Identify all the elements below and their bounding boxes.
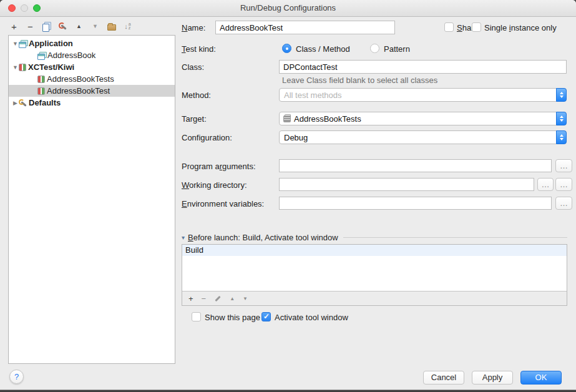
target-bundle-icon (283, 115, 291, 122)
configuration-value: Debug (284, 133, 308, 142)
single-instance-checkbox[interactable] (472, 22, 481, 32)
xctest-icon (37, 87, 45, 95)
collapse-triangle-icon[interactable]: ▾ (182, 234, 185, 241)
class-method-radio-label: Class / Method (296, 44, 350, 54)
before-launch-header[interactable]: ▾ Before launch: Build, Activate tool wi… (182, 233, 567, 242)
copy-configuration-icon[interactable] (42, 21, 51, 31)
sort-az-icon: ↓ az (124, 22, 130, 30)
add-configuration-icon[interactable]: + (9, 21, 19, 31)
window-title: Run/Debug Configurations (0, 0, 576, 16)
section-divider (343, 237, 567, 238)
show-this-page-checkbox[interactable] (192, 312, 201, 321)
environment-variables-input[interactable] (279, 197, 552, 210)
expand-arrow-icon[interactable]: ▼ (12, 41, 19, 47)
activate-tool-window-checkbox[interactable] (261, 312, 271, 321)
window-bottom-edge (0, 390, 576, 392)
close-button[interactable] (8, 4, 16, 12)
stepper-icon (556, 88, 567, 102)
stepper-icon (556, 130, 567, 144)
edit-task-icon[interactable] (214, 295, 222, 302)
configuration-label: Configuration: (182, 133, 232, 142)
configurations-toolbar: + − ▲ ▼ ↓ az (9, 19, 132, 33)
target-label: Target: (182, 114, 207, 124)
share-checkbox[interactable] (444, 22, 454, 32)
target-value: AddressBookTests (294, 114, 361, 124)
program-arguments-label: Program arguments: (182, 162, 256, 171)
wrench-icon (58, 22, 67, 31)
move-task-down-icon[interactable]: ▼ (243, 296, 248, 301)
cancel-button[interactable]: Cancel (423, 371, 464, 385)
method-combobox[interactable]: All test methods (279, 88, 567, 102)
activate-tool-window-label: Activate tool window (275, 313, 348, 322)
working-directory-browse-button[interactable]: … (555, 178, 572, 191)
tree-item-addressbooktest[interactable]: AddressBookTest (9, 85, 175, 97)
before-launch-title: Before launch: Build, Activate tool wind… (188, 233, 338, 242)
edit-defaults-icon[interactable] (58, 21, 67, 31)
tree-item-defaults[interactable]: ▶ Defaults (9, 97, 175, 109)
working-directory-macro-button[interactable]: … (537, 178, 554, 191)
method-label: Method: (182, 91, 211, 100)
application-icon (19, 40, 27, 47)
program-arguments-input[interactable] (279, 159, 552, 172)
before-launch-toolbar: + − ▲ ▼ (182, 291, 567, 305)
traffic-lights (8, 4, 41, 12)
create-folder-icon[interactable] (107, 21, 116, 31)
minimize-button[interactable] (21, 4, 28, 12)
name-input[interactable] (215, 21, 395, 34)
class-label: Class: (182, 62, 204, 72)
pattern-radio[interactable] (370, 44, 379, 53)
configuration-combobox[interactable]: Debug (279, 130, 567, 144)
environment-variables-browse-button[interactable]: … (555, 197, 572, 210)
show-this-page-label: Show this page (205, 313, 260, 322)
ok-button[interactable]: OK (520, 371, 562, 385)
expand-arrow-icon[interactable]: ▼ (12, 64, 19, 71)
environment-variables-label: Environment variables: (182, 199, 264, 208)
zoom-button[interactable] (33, 4, 41, 12)
working-directory-input[interactable] (279, 178, 534, 191)
move-up-icon[interactable]: ▲ (74, 21, 84, 31)
titlebar: Run/Debug Configurations (0, 0, 576, 17)
folder-icon (107, 24, 116, 31)
test-kind-label: Test kind: (182, 44, 216, 54)
help-button[interactable]: ? (9, 370, 24, 384)
tree-item-application[interactable]: ▼ Application (9, 37, 175, 49)
xctest-icon (37, 76, 45, 83)
name-label: Name: (182, 23, 205, 32)
method-placeholder: All test methods (284, 91, 342, 100)
pencil-icon (214, 295, 222, 302)
before-launch-task-build[interactable]: Build (182, 245, 567, 256)
tree-item-xctest-kiwi[interactable]: ▼ XCTest/Kiwi (9, 61, 175, 73)
run-debug-configurations-dialog: Run/Debug Configurations + − ▲ ▼ ↓ az ▼ … (0, 0, 576, 392)
remove-task-icon[interactable]: − (202, 294, 207, 303)
before-launch-task-list: Build + − ▲ ▼ (182, 244, 567, 306)
target-combobox[interactable]: AddressBookTests (279, 112, 567, 125)
single-instance-label: Single instance only (484, 23, 557, 32)
sort-configurations-icon[interactable]: ↓ az (123, 21, 132, 31)
class-input[interactable] (279, 60, 567, 74)
copy-icon (42, 22, 51, 31)
working-directory-label: Working directory: (182, 180, 247, 190)
configurations-tree: ▼ Application AddressBook ▼ XCTest/Kiwi … (8, 35, 175, 364)
class-hint: Leave Class field blank to select all cl… (282, 76, 437, 85)
stepper-icon (556, 112, 567, 125)
move-down-icon[interactable]: ▼ (90, 21, 100, 31)
add-task-icon[interactable]: + (188, 294, 193, 303)
class-method-radio[interactable] (282, 44, 291, 53)
tree-item-addressbooktests[interactable]: AddressBookTests (9, 73, 175, 85)
collapse-arrow-icon[interactable]: ▶ (12, 100, 19, 106)
xctest-icon (19, 64, 26, 71)
remove-configuration-icon[interactable]: − (26, 21, 35, 31)
move-task-up-icon[interactable]: ▲ (230, 296, 235, 301)
defaults-icon (19, 99, 27, 107)
apply-button[interactable]: Apply (472, 371, 513, 385)
pattern-radio-label: Pattern (384, 44, 410, 54)
tree-item-addressbook[interactable]: AddressBook (9, 49, 175, 61)
program-arguments-browse-button[interactable]: … (555, 159, 572, 172)
application-icon (37, 52, 46, 59)
